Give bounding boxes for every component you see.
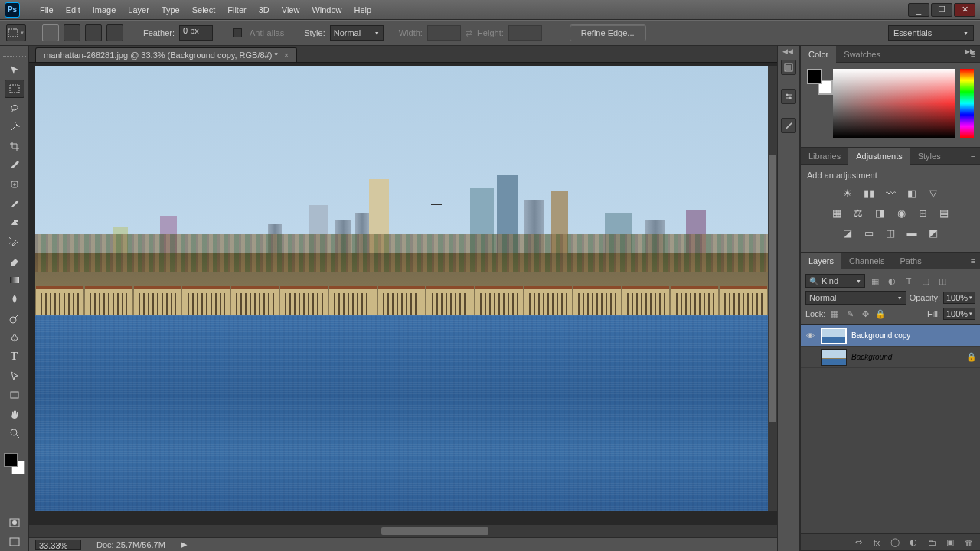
curves-icon[interactable]: 〰 — [883, 186, 898, 200]
tab-color[interactable]: Color — [801, 46, 836, 63]
document-tab[interactable]: manhattan-268281.jpg @ 33.3% (Background… — [35, 47, 297, 62]
horizontal-scrollbar[interactable] — [29, 525, 777, 537]
layer-thumbnail[interactable] — [821, 328, 847, 344]
canvas[interactable] — [35, 66, 768, 511]
eraser-tool[interactable] — [5, 252, 24, 270]
vibrance-icon[interactable]: ▽ — [926, 186, 941, 200]
group-icon[interactable]: 🗀 — [926, 538, 937, 547]
marquee-tool[interactable] — [5, 80, 24, 98]
lock-all-icon[interactable]: 🔒 — [874, 308, 887, 319]
properties-panel-icon[interactable] — [781, 89, 796, 104]
color-field[interactable] — [833, 69, 956, 138]
gradient-tool[interactable] — [5, 271, 24, 289]
filter-pixel-icon[interactable]: ▦ — [868, 275, 882, 287]
foreground-color-swatch[interactable] — [4, 453, 18, 467]
channel-mixer-icon[interactable]: ⊞ — [915, 206, 930, 220]
healing-brush-tool[interactable] — [5, 175, 24, 194]
scrollbar-thumb[interactable] — [769, 155, 776, 422]
lock-position-icon[interactable]: ✥ — [859, 308, 871, 319]
layer-style-icon[interactable]: fx — [871, 538, 882, 547]
adjustment-layer-icon[interactable]: ◐ — [908, 537, 919, 547]
menu-3d[interactable]: 3D — [253, 0, 276, 20]
panels-expand-icon[interactable]: ▶▶ — [965, 47, 975, 55]
rectangle-tool[interactable] — [5, 386, 24, 404]
layer-thumbnail[interactable] — [821, 349, 847, 366]
gradient-map-icon[interactable]: ▬ — [904, 226, 920, 240]
workspace-select[interactable]: Essentials▼ — [888, 25, 974, 41]
type-tool[interactable]: T — [5, 347, 24, 366]
lock-transparency-icon[interactable]: ▦ — [828, 308, 841, 319]
tab-layers[interactable]: Layers — [801, 253, 841, 269]
tab-paths[interactable]: Paths — [893, 253, 929, 269]
hue-sat-icon[interactable]: ▦ — [829, 206, 844, 220]
tab-styles[interactable]: Styles — [910, 148, 949, 165]
layer-mask-icon[interactable]: ◯ — [890, 537, 900, 547]
menu-type[interactable]: Type — [155, 0, 186, 20]
magic-wand-tool[interactable] — [5, 118, 24, 136]
lasso-tool[interactable] — [5, 99, 24, 117]
menu-select[interactable]: Select — [186, 0, 222, 20]
scrollbar-thumb[interactable] — [381, 527, 488, 535]
levels-icon[interactable]: ▮▮ — [861, 186, 877, 200]
toolbox-grip[interactable] — [3, 51, 26, 57]
status-flyout-icon[interactable]: ▶ — [181, 540, 187, 549]
delete-layer-icon[interactable]: 🗑 — [963, 538, 974, 547]
history-panel-icon[interactable] — [781, 60, 796, 75]
menu-view[interactable]: View — [276, 0, 306, 20]
quick-mask-toggle[interactable] — [5, 514, 24, 532]
visibility-toggle[interactable] — [804, 351, 816, 364]
eyedropper-tool[interactable] — [5, 156, 24, 174]
visibility-toggle[interactable]: 👁 — [804, 330, 816, 342]
layer-row[interactable]: Background 🔒 — [801, 347, 980, 368]
lock-pixels-icon[interactable]: ✎ — [844, 308, 856, 319]
hand-tool[interactable] — [5, 405, 24, 423]
vertical-scrollbar[interactable] — [768, 66, 777, 511]
filter-smart-icon[interactable]: ◫ — [936, 275, 949, 287]
selection-subtract-button[interactable] — [85, 24, 102, 41]
selection-add-button[interactable] — [64, 24, 80, 41]
layer-row[interactable]: 👁 Background copy — [801, 325, 980, 347]
bw-icon[interactable]: ◨ — [872, 206, 887, 220]
layer-name[interactable]: Background copy — [851, 331, 977, 340]
tab-channels[interactable]: Channels — [841, 253, 892, 269]
panel-menu-icon[interactable]: ≡ — [966, 256, 980, 266]
style-select[interactable]: Normal▼ — [330, 25, 384, 41]
foreground-background-colors[interactable] — [4, 453, 25, 474]
menu-layer[interactable]: Layer — [122, 0, 155, 20]
menu-filter[interactable]: Filter — [221, 0, 252, 20]
active-tool-icon[interactable]: ▼ — [6, 24, 26, 41]
maximize-button[interactable]: ☐ — [931, 3, 952, 17]
threshold-icon[interactable]: ◫ — [883, 226, 898, 240]
color-swatches[interactable] — [807, 69, 828, 90]
selection-new-button[interactable] — [42, 24, 59, 41]
hue-slider[interactable] — [960, 69, 974, 138]
exposure-icon[interactable]: ◧ — [904, 186, 920, 200]
menu-image[interactable]: Image — [87, 0, 122, 20]
opacity-input[interactable]: 100%▾ — [943, 292, 975, 304]
brushes-panel-icon[interactable] — [781, 118, 796, 133]
path-selection-tool[interactable] — [5, 367, 24, 385]
new-layer-icon[interactable]: ▣ — [945, 537, 956, 547]
menu-file[interactable]: File — [34, 0, 60, 20]
tab-libraries[interactable]: Libraries — [801, 148, 848, 165]
filter-shape-icon[interactable]: ▢ — [919, 275, 933, 287]
screen-mode-toggle[interactable] — [5, 533, 24, 551]
brush-tool[interactable] — [5, 194, 24, 213]
close-button[interactable]: ✕ — [954, 3, 975, 17]
link-layers-icon[interactable]: ⇔ — [853, 537, 864, 547]
panel-menu-icon[interactable]: ≡ — [966, 152, 980, 161]
menu-window[interactable]: Window — [305, 0, 348, 20]
blend-mode-select[interactable]: Normal▼ — [805, 291, 906, 305]
history-brush-tool[interactable] — [5, 233, 24, 251]
selection-intersect-button[interactable] — [106, 24, 123, 41]
dock-collapse-icon[interactable]: ◀◀ — [782, 47, 793, 55]
tab-swatches[interactable]: Swatches — [836, 46, 888, 63]
brightness-contrast-icon[interactable]: ☀ — [840, 186, 855, 200]
menu-help[interactable]: Help — [348, 0, 378, 20]
move-tool[interactable] — [5, 60, 24, 79]
zoom-tool[interactable] — [5, 424, 24, 442]
filter-adjust-icon[interactable]: ◐ — [885, 275, 899, 287]
posterize-icon[interactable]: ▭ — [861, 226, 877, 240]
crop-tool[interactable] — [5, 137, 24, 155]
filter-kind-select[interactable]: 🔍Kind▼ — [805, 274, 865, 288]
